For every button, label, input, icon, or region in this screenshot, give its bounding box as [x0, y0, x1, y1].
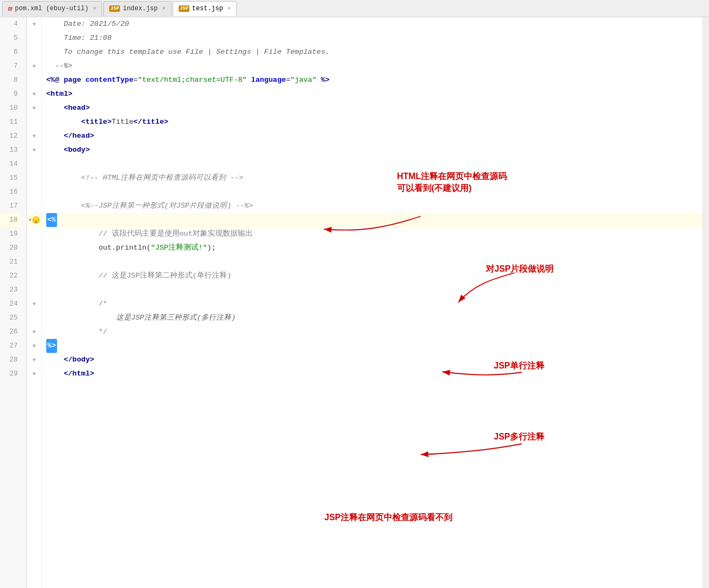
ln-7: 7	[0, 59, 22, 73]
ln-4: 4	[0, 17, 22, 31]
gutter-17	[27, 199, 41, 213]
ln-19: 19	[0, 227, 22, 241]
ln-29: 29	[0, 367, 22, 381]
code-line-28: </body>	[42, 353, 703, 367]
fold-icon-29[interactable]: ▼	[32, 371, 36, 377]
ln-21: 21	[0, 255, 22, 269]
gutter-6	[27, 45, 41, 59]
code-line-24: /*	[42, 297, 703, 311]
ln-23: 23	[0, 283, 22, 297]
line-numbers: 4 5 6 7 8 9 10 11 12 13 14 15 16 17 18 1…	[0, 17, 27, 588]
fold-icon-7[interactable]: ▼	[32, 63, 36, 69]
code-line-21	[42, 255, 703, 269]
tab-pom[interactable]: m pom.xml (ebuy-util) ×	[2, 1, 102, 16]
gutter-13: ▼	[27, 143, 41, 157]
code-line-13: <body>	[42, 143, 703, 157]
code-line-8: <%@ page contentType="text/html;charset=…	[42, 73, 703, 87]
gutter-26: ▼	[27, 325, 41, 339]
ln-17: 17	[0, 199, 22, 213]
code-line-27: %>	[42, 339, 703, 353]
tab-bar: m pom.xml (ebuy-util) × JSP index.jsp × …	[0, 0, 709, 17]
callout-jsp-multi: JSP多行注释	[494, 431, 544, 443]
tab-test-label: test.jsp	[192, 5, 223, 12]
jsp-icon-index: JSP	[109, 5, 120, 12]
code-line-14	[42, 157, 703, 171]
code-line-9: <html>	[42, 87, 703, 101]
fold-icon-26[interactable]: ▼	[32, 329, 36, 335]
ln-6: 6	[0, 45, 22, 59]
fold-icon-18[interactable]: ▼	[29, 217, 32, 223]
ln-27: 27	[0, 339, 22, 353]
jsp-open-tag: <%	[46, 213, 57, 227]
tab-test-close[interactable]: ×	[228, 5, 231, 12]
vertical-scrollbar[interactable]	[703, 17, 709, 588]
ln-8: 8	[0, 73, 22, 87]
fold-icon-10[interactable]: ▼	[32, 105, 36, 111]
gutter-16	[27, 185, 41, 199]
fold-icon-4[interactable]: ▼	[32, 22, 36, 27]
code-line-16	[42, 185, 703, 199]
code-line-12: </head>	[42, 129, 703, 143]
callout-jsp-invisible: JSP注释在网页中检查源码看不到	[324, 512, 452, 523]
code-line-18: <%	[42, 213, 703, 227]
code-content[interactable]: Date: 2021/5/20 Time: 21:08 To change th…	[42, 17, 703, 588]
code-line-25: 这是JSP注释第三种形式(多行注释)	[42, 311, 703, 325]
ln-12: 12	[0, 129, 22, 143]
gutter-5	[27, 31, 41, 45]
tab-test[interactable]: JSP test.jsp ×	[173, 1, 237, 16]
fold-icon-12[interactable]: ▼	[32, 133, 36, 139]
jsp-icon-test: JSP	[179, 5, 189, 12]
code-line-19: // 该段代码主要是使用out对象实现数据输出	[42, 227, 703, 241]
code-line-4: Date: 2021/5/20	[42, 17, 703, 31]
gutter-24: ▼	[27, 297, 41, 311]
gutter-11	[27, 115, 41, 129]
ln-25: 25	[0, 311, 22, 325]
editor-area: 4 5 6 7 8 9 10 11 12 13 14 15 16 17 18 1…	[0, 17, 709, 588]
fold-icon-9[interactable]: ▼	[32, 91, 36, 97]
ln-20: 20	[0, 241, 22, 255]
ln-13: 13	[0, 143, 22, 157]
ln-18: 18	[0, 213, 22, 227]
gutter-28: ▼	[27, 353, 41, 367]
ln-10: 10	[0, 101, 22, 115]
jsp-close-tag: %>	[46, 339, 57, 353]
gutter-27: ▼	[27, 339, 41, 353]
gutter-22	[27, 269, 41, 283]
fold-icon-28[interactable]: ▼	[32, 357, 36, 363]
gutter-18: ▼ 💡	[27, 213, 41, 227]
code-line-15: <!-- HTML注释在网页中检查源码可以看到 -->	[42, 171, 703, 185]
code-line-26: */	[42, 325, 703, 339]
gutter-29: ▼	[27, 367, 41, 381]
code-line-6: To change this template use File | Setti…	[42, 45, 703, 59]
tab-pom-label: pom.xml (ebuy-util)	[15, 5, 89, 12]
tab-index-close[interactable]: ×	[162, 5, 166, 12]
gutter-21	[27, 255, 41, 269]
gutter-8	[27, 73, 41, 87]
code-line-10: <head>	[42, 101, 703, 115]
ln-28: 28	[0, 353, 22, 367]
gutter-19	[27, 227, 41, 241]
fold-icon-13[interactable]: ▼	[32, 147, 36, 153]
gutter-25	[27, 311, 41, 325]
gutter-9: ▼	[27, 87, 41, 101]
code-line-23	[42, 283, 703, 297]
bulb-icon-18: 💡	[32, 216, 40, 224]
ln-11: 11	[0, 115, 22, 129]
gutter-10: ▼	[27, 101, 41, 115]
code-line-11: <title>Title</title>	[42, 115, 703, 129]
ln-9: 9	[0, 87, 22, 101]
code-line-5: Time: 21:08	[42, 31, 703, 45]
tab-index[interactable]: JSP index.jsp ×	[103, 1, 172, 16]
gutter-20	[27, 241, 41, 255]
gutter-15	[27, 171, 41, 185]
fold-icon-24[interactable]: ▼	[32, 301, 36, 307]
ln-16: 16	[0, 185, 22, 199]
fold-icon-27[interactable]: ▼	[32, 343, 36, 349]
gutter-12: ▼	[27, 129, 41, 143]
ln-14: 14	[0, 157, 22, 171]
gutter: ▼ ▼ ▼ ▼ ▼ ▼ ▼ 💡 ▼ ▼ ▼ ▼ ▼	[27, 17, 42, 588]
tab-pom-close[interactable]: ×	[93, 5, 97, 12]
ln-22: 22	[0, 269, 22, 283]
gutter-23	[27, 283, 41, 297]
code-line-22: // 这是JSP注释第二种形式(单行注释)	[42, 269, 703, 283]
